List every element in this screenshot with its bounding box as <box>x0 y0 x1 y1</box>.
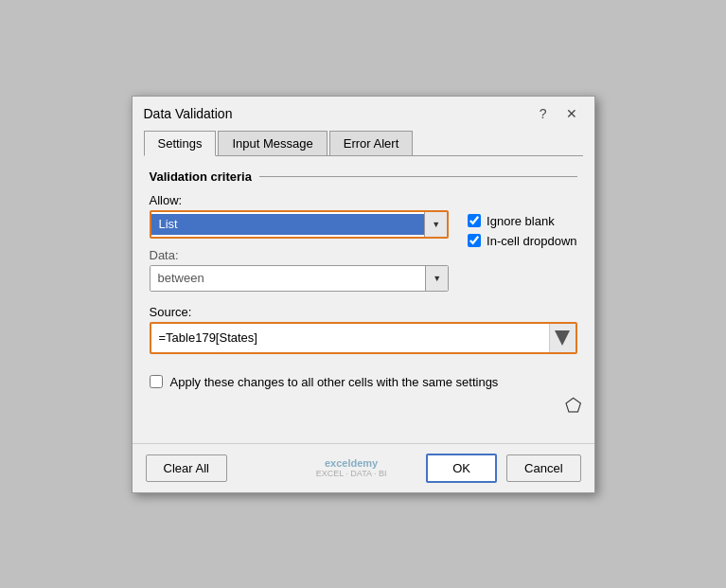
source-label: Source: <box>150 305 577 319</box>
in-cell-dropdown-label: In-cell dropdown <box>487 234 576 248</box>
allow-dropdown-highlighted: List <box>150 210 450 239</box>
ignore-blank-checkbox[interactable] <box>468 214 481 227</box>
tab-settings[interactable]: Settings <box>144 131 217 156</box>
title-bar-controls: ? ✕ <box>534 104 583 123</box>
in-cell-dropdown-row[interactable]: In-cell dropdown <box>468 234 576 248</box>
dialog-footer: Clear All exceldemy EXCEL · DATA · BI OK… <box>133 443 594 492</box>
close-button[interactable]: ✕ <box>560 104 583 123</box>
data-dropdown: between <box>150 265 450 292</box>
criteria-left: Allow: List Data: between <box>150 193 450 292</box>
logo-tagline: EXCEL · DATA · BI <box>316 469 387 478</box>
apply-changes-label: Apply these changes to all other cells w… <box>170 375 499 389</box>
tab-input-message[interactable]: Input Message <box>218 131 327 156</box>
help-button[interactable]: ? <box>534 104 553 123</box>
clear-all-button[interactable]: Clear All <box>146 454 227 482</box>
title-bar: Data Validation ? ✕ <box>133 97 594 123</box>
allow-dropdown-wrap: List <box>150 210 450 239</box>
cancel-button[interactable]: Cancel <box>506 454 580 482</box>
ok-button[interactable]: OK <box>426 454 497 483</box>
ignore-blank-label: Ignore blank <box>487 214 555 228</box>
allow-value: List <box>151 214 425 235</box>
data-label: Data: <box>150 248 450 262</box>
logo-name: exceldemy <box>325 457 378 469</box>
source-input[interactable] <box>151 324 549 352</box>
source-section: Source: <box>150 305 577 354</box>
section-title: Validation criteria <box>150 169 577 184</box>
data-validation-dialog: Data Validation ? ✕ Settings Input Messa… <box>132 96 595 493</box>
data-select[interactable]: between <box>151 266 426 291</box>
footer-left: Clear All <box>146 454 276 482</box>
in-cell-dropdown-checkbox[interactable] <box>468 234 481 247</box>
data-dropdown-arrow <box>425 266 448 291</box>
criteria-grid: Allow: List Data: between <box>150 193 577 292</box>
allow-dropdown-arrow[interactable] <box>424 212 447 237</box>
allow-label: Allow: <box>150 193 450 207</box>
apply-row: Apply these changes to all other cells w… <box>150 375 577 389</box>
criteria-right: Ignore blank In-cell dropdown <box>468 193 576 248</box>
source-input-wrap <box>150 322 577 354</box>
dialog-body: Validation criteria Allow: List Data: be… <box>133 156 594 443</box>
upload-icon <box>555 330 570 346</box>
tabs-bar: Settings Input Message Error Alert <box>133 123 594 156</box>
exceldemy-logo: exceldemy EXCEL · DATA · BI <box>286 457 416 478</box>
apply-changes-checkbox[interactable] <box>150 375 163 388</box>
tab-error-alert[interactable]: Error Alert <box>329 131 414 156</box>
source-range-button[interactable] <box>549 324 575 352</box>
ignore-blank-row[interactable]: Ignore blank <box>468 214 576 228</box>
dialog-title: Data Validation <box>144 106 233 121</box>
